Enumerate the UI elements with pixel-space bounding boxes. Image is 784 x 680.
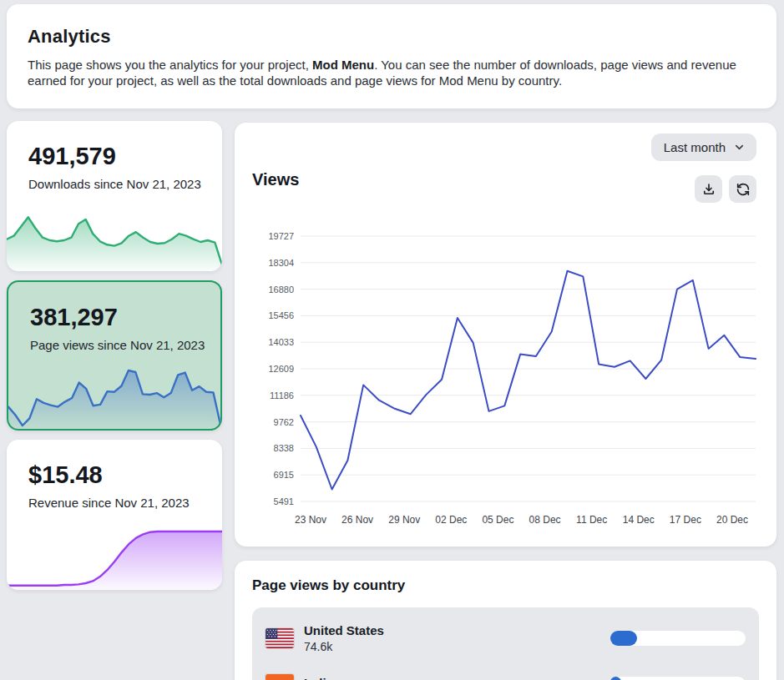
time-range-label: Last month	[664, 140, 726, 154]
stat-card-downloads[interactable]: 491,579 Downloads since Nov 21, 2023	[7, 121, 222, 271]
downloads-count: 491,579	[28, 143, 116, 170]
revenue-label: Revenue since Nov 21, 2023	[28, 495, 204, 511]
downloads-label: Downloads since Nov 21, 2023	[28, 176, 204, 192]
country-name: India	[304, 676, 333, 680]
pageviews-by-country-card: Page views by country	[235, 561, 776, 680]
time-range-dropdown[interactable]: Last month	[651, 133, 756, 161]
download-icon	[701, 182, 716, 197]
svg-text:17 Dec: 17 Dec	[670, 514, 701, 526]
refresh-chart-button[interactable]	[729, 175, 756, 203]
svg-text:11 Dec: 11 Dec	[576, 514, 607, 526]
country-list: United States 74.6k India	[252, 607, 759, 680]
svg-text:14 Dec: 14 Dec	[623, 514, 655, 526]
svg-text:11186: 11186	[270, 390, 294, 400]
svg-text:26 Nov: 26 Nov	[341, 514, 373, 526]
country-bar-fill	[610, 631, 637, 646]
chart-title: Views	[252, 170, 299, 189]
stat-card-revenue[interactable]: $15.48 Revenue since Nov 21, 2023	[7, 440, 222, 590]
svg-text:08 Dec: 08 Dec	[529, 514, 561, 526]
svg-text:23 Nov: 23 Nov	[295, 514, 326, 526]
country-section-title: Page views by country	[252, 577, 405, 594]
svg-text:6915: 6915	[274, 470, 294, 480]
country-bar-fill	[610, 677, 621, 680]
svg-text:12609: 12609	[268, 364, 294, 374]
download-csv-button[interactable]	[695, 175, 722, 203]
downloads-sparkline	[7, 209, 222, 271]
svg-text:14033: 14033	[268, 337, 294, 347]
pageviews-label: Page views since Nov 21, 2023	[30, 337, 205, 353]
us-flag	[266, 628, 294, 648]
refresh-icon	[736, 182, 751, 197]
project-name: Mod Menu	[312, 58, 374, 72]
country-row-india: India	[266, 665, 746, 680]
svg-text:16880: 16880	[268, 285, 294, 295]
pageviews-count: 381,297	[30, 304, 118, 331]
svg-text:02 Dec: 02 Dec	[435, 514, 467, 526]
country-bar-track	[610, 631, 746, 646]
page-description: This page shows you the analytics for yo…	[28, 57, 746, 88]
svg-text:5491: 5491	[274, 496, 294, 506]
india-flag	[266, 674, 294, 680]
svg-text:18304: 18304	[268, 258, 294, 268]
svg-text:19727: 19727	[268, 231, 294, 241]
views-chart-card: Last month Views 54916915833897621118612…	[235, 123, 776, 547]
svg-text:8338: 8338	[274, 443, 294, 453]
description-text: This page shows you the analytics for yo…	[28, 58, 312, 72]
revenue-sparkline	[7, 527, 222, 590]
stat-card-pageviews-selected[interactable]: 381,297 Page views since Nov 21, 2023	[7, 280, 222, 431]
svg-text:05 Dec: 05 Dec	[482, 514, 513, 526]
svg-text:20 Dec: 20 Dec	[716, 514, 748, 526]
page-title: Analytics	[28, 26, 756, 48]
analytics-header-card: Analytics This page shows you the analyt…	[7, 4, 776, 108]
chevron-down-icon	[733, 141, 746, 154]
revenue-amount: $15.48	[28, 461, 103, 489]
chart-actions	[695, 175, 756, 203]
svg-text:9762: 9762	[274, 417, 294, 427]
country-pageviews-value: 74.6k	[304, 640, 384, 653]
country-row-united-states: United States 74.6k	[266, 619, 746, 657]
pageviews-sparkline	[8, 366, 220, 429]
country-name: United States	[304, 623, 384, 637]
views-line-chart: 5491691583389762111861260914033154561688…	[235, 219, 776, 531]
svg-text:29 Nov: 29 Nov	[388, 514, 420, 526]
svg-text:15456: 15456	[268, 310, 294, 320]
country-bar-track	[610, 677, 746, 680]
